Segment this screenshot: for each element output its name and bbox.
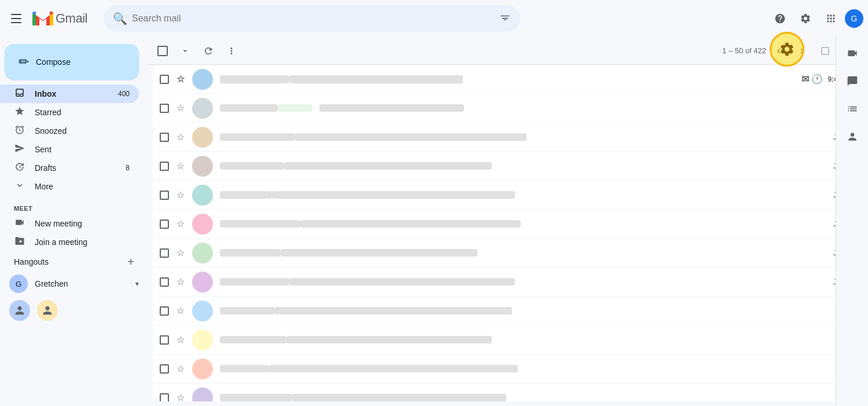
row-checkbox[interactable] xyxy=(157,333,171,347)
select-all-checkbox[interactable] xyxy=(157,46,168,56)
select-dropdown-button[interactable] xyxy=(175,41,196,61)
row-checkbox[interactable] xyxy=(157,246,171,260)
support-button[interactable] xyxy=(768,7,792,30)
email-row[interactable]: ☆ Jun 6 xyxy=(153,383,859,401)
row-checkbox[interactable] xyxy=(157,159,171,173)
row-star[interactable]: ☆ xyxy=(174,333,187,347)
settings-button[interactable] xyxy=(794,7,817,30)
email-row[interactable]: ☆ Jun 13 xyxy=(153,210,859,239)
row-avatar xyxy=(192,214,213,235)
row-checkbox[interactable] xyxy=(157,275,171,289)
tasks-sidebar-icon[interactable] xyxy=(841,97,864,120)
sidebar-item-sent[interactable]: Sent xyxy=(0,140,139,159)
drafts-count: 8 xyxy=(126,164,130,172)
gmail-logo[interactable]: Gmail xyxy=(32,8,87,29)
row-star[interactable]: ☆ xyxy=(174,72,187,86)
email-list: ☆ ✉ 🕐 9:41 AM ☆ xyxy=(153,65,859,401)
new-meeting-icon xyxy=(14,217,25,231)
row-star[interactable]: ☆ xyxy=(174,159,187,173)
row-sender xyxy=(220,220,301,228)
sidebar-item-inbox[interactable]: Inbox 400 xyxy=(0,85,139,103)
topbar: Gmail 🔍 G xyxy=(0,0,868,37)
row-avatar xyxy=(192,156,213,177)
email-row[interactable]: ☆ Jun 8 xyxy=(153,297,859,325)
hangouts-add-button[interactable]: + xyxy=(123,254,139,270)
hangouts-header[interactable]: Hangouts + xyxy=(0,251,148,272)
email-row[interactable]: ☆ Jun 15 xyxy=(153,152,859,181)
row-star[interactable]: ☆ xyxy=(174,391,187,402)
meet-section-header: Meet xyxy=(0,200,148,214)
sidebar-item-drafts[interactable]: Drafts 8 xyxy=(0,159,139,177)
row-checkbox[interactable] xyxy=(157,72,171,86)
email-row[interactable]: ☆ xyxy=(153,94,859,123)
compose-icon: ✏ xyxy=(19,54,29,70)
row-star[interactable]: ☆ xyxy=(174,130,187,144)
contacts-sidebar-icon[interactable] xyxy=(841,125,864,148)
tune-icon[interactable] xyxy=(499,12,511,26)
row-content xyxy=(275,307,833,314)
compose-button[interactable]: ✏ Compose xyxy=(5,44,139,80)
row-content xyxy=(278,104,849,112)
row-checkbox[interactable] xyxy=(157,130,171,144)
row-checkbox[interactable] xyxy=(157,101,171,115)
chat-sidebar-icon[interactable] xyxy=(841,70,864,93)
sidebar-item-new-meeting[interactable]: New meeting xyxy=(0,214,139,233)
row-star[interactable]: ☆ xyxy=(174,188,187,202)
sent-icon xyxy=(14,143,25,156)
email-row[interactable]: ☆ Jun 7 xyxy=(153,354,859,383)
email-row[interactable]: ☆ Jun 7 xyxy=(153,325,859,354)
email-row[interactable]: ☆ Jun 16 xyxy=(153,123,859,152)
row-star[interactable]: ☆ xyxy=(174,275,187,289)
view-toggle-button[interactable] xyxy=(815,41,836,61)
row-avatar xyxy=(192,272,213,292)
next-page-button[interactable] xyxy=(792,41,812,61)
row-avatar xyxy=(192,301,213,321)
prev-page-button[interactable] xyxy=(768,41,789,61)
row-star[interactable]: ☆ xyxy=(174,362,187,376)
more-icon xyxy=(14,180,25,193)
drafts-icon xyxy=(14,162,25,175)
row-sender xyxy=(220,162,284,170)
row-content xyxy=(284,162,829,170)
row-checkbox[interactable] xyxy=(157,304,171,318)
more-options-button[interactable] xyxy=(221,41,242,61)
search-bar[interactable]: 🔍 xyxy=(104,5,520,32)
row-sender xyxy=(220,365,269,372)
contact-avatar-1[interactable] xyxy=(9,300,30,321)
row-checkbox[interactable] xyxy=(157,362,171,376)
row-sender xyxy=(220,336,286,343)
hangouts-user-name: Gretchen xyxy=(35,279,68,288)
row-star[interactable]: ☆ xyxy=(174,101,187,115)
sidebar-item-snoozed[interactable]: Snoozed xyxy=(0,122,139,140)
email-toolbar: 1 – 50 of 422 xyxy=(148,37,868,65)
row-checkbox[interactable] xyxy=(157,391,171,402)
hangouts-user-chevron: ▾ xyxy=(135,280,139,288)
row-star[interactable]: ☆ xyxy=(174,304,187,318)
search-input[interactable] xyxy=(132,13,495,24)
inbox-count: 400 xyxy=(118,90,130,98)
row-checkbox[interactable] xyxy=(157,188,171,202)
sidebar-item-more[interactable]: More xyxy=(0,177,139,196)
pagination-info: 1 – 50 of 422 xyxy=(722,46,766,55)
account-avatar[interactable]: G xyxy=(845,9,863,28)
meet-sidebar-icon[interactable] xyxy=(841,42,864,65)
email-row[interactable]: ☆ Jun 10 xyxy=(153,268,859,297)
row-content xyxy=(281,249,829,257)
sidebar-item-join-meeting[interactable]: Join a meeting xyxy=(0,233,139,251)
row-content xyxy=(301,220,829,228)
row-star[interactable]: ☆ xyxy=(174,246,187,260)
contact-avatar-2[interactable] xyxy=(37,300,58,321)
refresh-button[interactable] xyxy=(198,41,219,61)
apps-button[interactable] xyxy=(819,7,843,30)
row-content xyxy=(269,365,833,372)
hamburger-menu[interactable] xyxy=(5,7,28,30)
hangouts-user-gretchen[interactable]: G Gretchen ▾ xyxy=(0,272,148,295)
email-row[interactable]: ☆ Jun 15 xyxy=(153,181,859,210)
email-row[interactable]: ☆ ✉ 🕐 9:41 AM xyxy=(153,65,859,94)
clock-icon: 🕐 xyxy=(811,74,823,85)
sidebar-item-starred[interactable]: Starred xyxy=(0,103,139,122)
row-star[interactable]: ☆ xyxy=(174,217,187,231)
email-row[interactable]: ☆ Jun 11 xyxy=(153,239,859,268)
snoozed-label: Snoozed xyxy=(35,126,130,136)
row-checkbox[interactable] xyxy=(157,217,171,231)
